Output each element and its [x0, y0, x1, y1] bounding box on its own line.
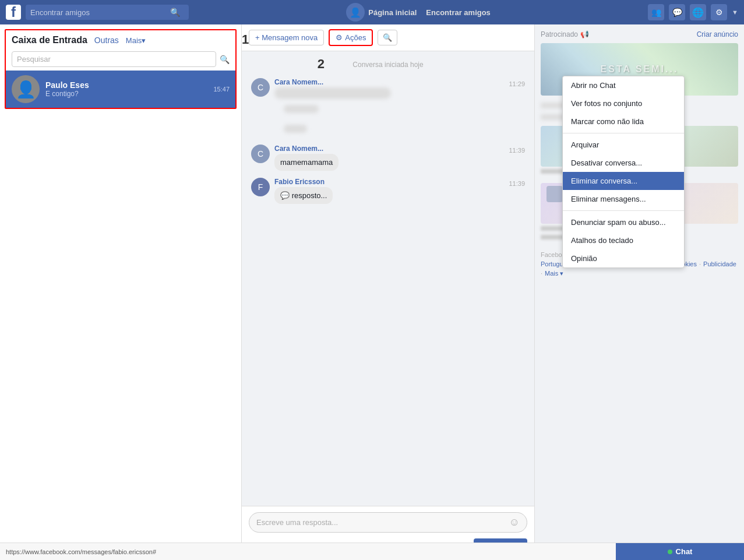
dropdown-item-delete-msgs[interactable]: Eliminar mensagens...	[563, 190, 684, 208]
msg-avatar: C	[251, 145, 270, 163]
actions-dropdown: Abrir no Chat Ver fotos no conjunto Marc…	[562, 76, 685, 268]
reply-input[interactable]	[256, 518, 509, 527]
dropdown-item-view-photos[interactable]: Ver fotos no conjunto	[563, 94, 684, 112]
msg-sender: Cara Nomem...	[274, 145, 509, 153]
footer-link-more[interactable]: Mais ▾	[545, 270, 563, 277]
nav-search-box[interactable]: 🔍	[26, 5, 189, 20]
msg-sender: Cara Nomem...	[274, 78, 509, 86]
dropdown-item-disable-conv[interactable]: Desativar conversa...	[563, 154, 684, 172]
sponsored-title: Patrocinado 📢	[541, 30, 589, 38]
facebook-logo: f	[6, 5, 21, 20]
inbox-box-header: Caixa de Entrada Outras Mais ▾	[6, 30, 235, 48]
nav-find-friends-link[interactable]: Encontrar amigos	[426, 8, 491, 17]
nav-center: 👤 Página inicial Encontrar amigos	[189, 3, 648, 22]
main-wrapper: Caixa de Entrada Outras Mais ▾ 🔍 👤 Paulo…	[0, 24, 744, 560]
msg-row-inner: Cara Nomem... 11:29	[274, 78, 525, 100]
sponsored-header: Patrocinado 📢 Criar anúncio	[541, 30, 738, 38]
dropdown-item-keyboard-shortcuts[interactable]: Atalhos do teclado	[563, 231, 684, 249]
msg-content: Fabio Ericsson 💬 resposto...	[274, 178, 509, 204]
inbox-sidebar: Caixa de Entrada Outras Mais ▾ 🔍 👤 Paulo…	[0, 24, 242, 560]
msg-bubble: 💬 resposto...	[274, 187, 333, 204]
msg-avatar: C	[251, 78, 270, 97]
nav-messages-icon[interactable]: 💬	[669, 4, 685, 20]
message-row: F Fabio Ericsson 💬 resposto... 11:39	[251, 178, 525, 204]
nav-friends-icon[interactable]: 👥	[648, 4, 664, 20]
status-bar: https://www.facebook.com/messages/fabio.…	[0, 543, 744, 560]
msg-bubble: mamemamama	[274, 154, 338, 171]
inbox-search-button[interactable]: 🔍	[220, 55, 230, 64]
conversation-item[interactable]: 👤 Paulo Eses E contigo? 15:47	[6, 71, 235, 108]
msg-row-inner: Fabio Ericsson 💬 resposto... 11:39	[274, 178, 525, 204]
nav-home-link[interactable]: Página inicial	[368, 8, 417, 17]
dropdown-divider-1	[563, 133, 684, 133]
actions-label: Ações	[345, 33, 366, 42]
msg-time: 11:39	[509, 145, 525, 154]
reply-input-row[interactable]: ☺	[249, 512, 527, 533]
create-ad-link[interactable]: Criar anúncio	[697, 30, 738, 38]
emoji-icon[interactable]: ☺	[509, 516, 520, 529]
chat-label: Chat	[676, 547, 693, 556]
msg-content	[284, 105, 525, 118]
conversation-body: Conversa iniciada hoje C Cara Nomem... 1…	[242, 51, 534, 343]
actions-button[interactable]: ⚙ Ações	[329, 29, 373, 46]
dropdown-item-report-spam[interactable]: Denunciar spam ou abuso...	[563, 213, 684, 231]
dropdown-item-opinion[interactable]: Opinião	[563, 249, 684, 267]
gear-icon: ⚙	[336, 33, 343, 42]
msg-content	[284, 125, 525, 138]
dropdown-item-archive[interactable]: Arquivar	[563, 136, 684, 154]
inbox-tab-other[interactable]: Outras	[94, 36, 119, 45]
inbox-box: Caixa de Entrada Outras Mais ▾ 🔍 👤 Paulo…	[5, 29, 237, 109]
msg-bubble	[274, 87, 391, 99]
msg-avatar: F	[251, 178, 270, 196]
message-row	[284, 125, 525, 138]
msg-row-inner: Cara Nomem... mamemamama 11:39	[274, 145, 525, 171]
label-1: 1	[242, 32, 249, 47]
conv-info: Paulo Eses E contigo?	[45, 80, 207, 98]
conv-name: Paulo Eses	[45, 80, 207, 90]
conv-preview: E contigo?	[45, 90, 207, 98]
inbox-search-area: 🔍	[6, 48, 235, 71]
dropdown-item-mark-unread[interactable]: Marcar como não lida	[563, 112, 684, 131]
conv-avatar: 👤	[12, 75, 40, 103]
conv-start-label: Conversa iniciada hoje	[251, 61, 525, 69]
inbox-title: Caixa de Entrada	[12, 35, 87, 45]
nav-globe-icon[interactable]: 🌐	[690, 4, 706, 20]
message-row	[284, 105, 525, 118]
nav-links: Página inicial Encontrar amigos	[368, 8, 491, 17]
dropdown-divider-2	[563, 210, 684, 211]
inbox-tab-more[interactable]: Mais ▾	[126, 36, 146, 45]
nav-right-icons: 👥 💬 🌐 ⚙ ▼	[648, 4, 738, 20]
inbox-search-input[interactable]	[12, 51, 216, 67]
msg-time: 11:39	[509, 178, 525, 187]
msg-bubble	[284, 125, 307, 133]
msg-sender: Fabio Ericsson	[274, 178, 509, 186]
nav-search-icon: 🔍	[170, 8, 180, 17]
message-row: C Cara Nomem... 11:29	[251, 78, 525, 100]
chat-bar[interactable]: Chat	[616, 543, 744, 561]
main-content: + Mensagem nova ⚙ Ações 🔍 2 Abrir no Cha…	[242, 24, 534, 560]
sponsored-icon: 📢	[580, 30, 589, 38]
reply-icon: 💬	[280, 191, 290, 200]
message-toolbar: + Mensagem nova ⚙ Ações 🔍	[242, 24, 534, 51]
status-url: https://www.facebook.com/messages/fabio.…	[0, 548, 616, 555]
nav-search-input[interactable]	[30, 8, 170, 17]
search-message-button[interactable]: 🔍	[378, 30, 397, 45]
msg-content: Cara Nomem... mamemamama	[274, 145, 509, 171]
label-2: 2	[318, 57, 325, 72]
top-navigation: f 🔍 👤 Página inicial Encontrar amigos 👥 …	[0, 0, 744, 24]
conv-time: 15:47	[213, 86, 230, 93]
msg-time: 11:29	[509, 78, 525, 87]
new-message-button[interactable]: + Mensagem nova	[249, 30, 324, 45]
msg-bubble	[284, 105, 319, 113]
nav-expand-icon[interactable]: ▼	[732, 9, 738, 16]
chat-online-dot	[668, 550, 672, 554]
msg-content: Cara Nomem...	[274, 78, 509, 100]
footer-link-ads[interactable]: Publicidade	[703, 260, 736, 267]
nav-settings-icon[interactable]: ⚙	[711, 4, 727, 20]
message-row: C Cara Nomem... mamemamama 11:39	[251, 145, 525, 171]
dropdown-item-open-chat[interactable]: Abrir no Chat	[563, 76, 684, 94]
nav-profile-icon[interactable]: 👤	[346, 3, 365, 22]
dropdown-item-delete-conv[interactable]: Eliminar conversa...	[563, 172, 684, 190]
